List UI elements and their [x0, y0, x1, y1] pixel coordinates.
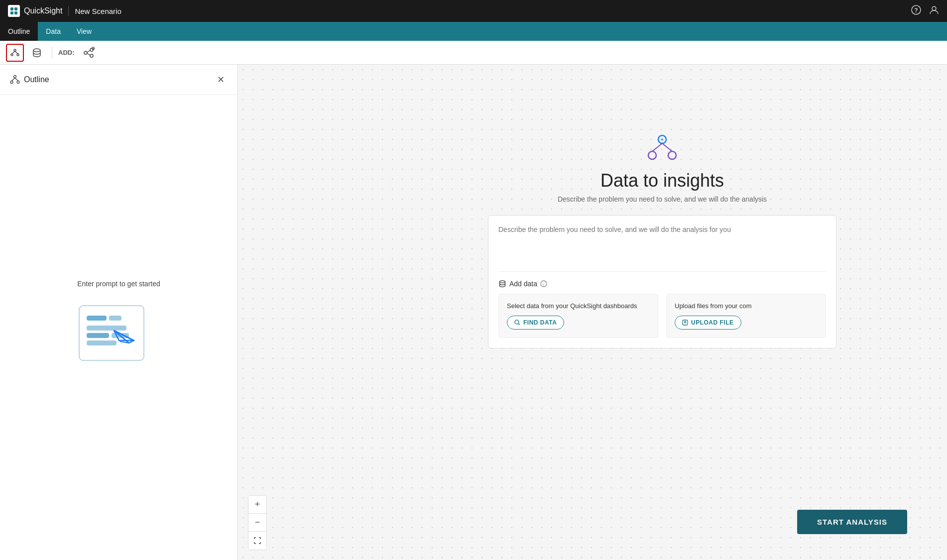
header-divider [68, 6, 69, 16]
svg-line-10 [12, 51, 15, 54]
svg-rect-28 [87, 326, 126, 331]
svg-line-11 [15, 51, 18, 54]
svg-point-12 [33, 49, 40, 52]
add-data-label: Add data i [498, 280, 826, 288]
sidebar: Outline ✕ Enter prompt to get started [0, 65, 238, 560]
main-content: Outline ✕ Enter prompt to get started [0, 65, 947, 560]
logo-area: QuickSight [8, 5, 62, 17]
menu-item-view[interactable]: View [69, 22, 100, 41]
header-right: ? [911, 5, 939, 17]
add-label: ADD: [58, 49, 75, 56]
data-insights-header: + Data to insights Describe the problem … [488, 134, 836, 203]
svg-point-41 [500, 281, 505, 283]
menu-bar: Outline Data View [0, 22, 947, 41]
svg-rect-1 [14, 7, 17, 10]
canvas-area[interactable]: + Data to insights Describe the problem … [238, 65, 947, 560]
svg-text:i: i [543, 282, 544, 287]
svg-point-8 [11, 54, 13, 56]
find-data-title: Select data from your QuickSight dashboa… [507, 302, 650, 310]
svg-line-16 [87, 50, 90, 52]
add-node-btn[interactable]: + [79, 45, 99, 61]
svg-point-37 [668, 151, 676, 159]
toolbar-divider [52, 47, 52, 59]
zoom-out-btn[interactable]: − [248, 514, 266, 532]
help-icon[interactable]: ? [911, 5, 921, 17]
toolbar: ADD: + [0, 41, 947, 65]
svg-rect-0 [10, 7, 13, 10]
svg-line-24 [15, 78, 18, 81]
search-icon [514, 320, 520, 326]
upload-file-option: Upload files from your com UPLOAD FILE [666, 294, 826, 338]
header-left: QuickSight New Scenario [8, 5, 121, 17]
svg-rect-26 [87, 316, 107, 321]
sidebar-header: Outline ✕ [0, 65, 237, 95]
outline-btn[interactable] [6, 44, 24, 62]
svg-point-7 [14, 49, 16, 51]
svg-point-13 [84, 51, 87, 54]
prompt-box-footer: Add data i Select data from your QuickSi… [498, 271, 826, 338]
svg-point-9 [17, 54, 19, 56]
prompt-textarea[interactable] [498, 225, 826, 265]
sidebar-close-btn[interactable]: ✕ [214, 73, 228, 87]
svg-point-22 [17, 81, 19, 84]
svg-rect-29 [87, 333, 109, 338]
find-data-btn[interactable]: FIND DATA [507, 316, 564, 330]
database-btn[interactable] [28, 44, 46, 62]
svg-rect-3 [14, 11, 17, 14]
database-icon [498, 280, 506, 288]
svg-point-44 [515, 320, 519, 324]
svg-line-38 [652, 143, 662, 151]
svg-text:+: + [661, 137, 664, 142]
zoom-controls: + − [248, 495, 267, 550]
svg-rect-31 [87, 340, 117, 345]
svg-point-36 [648, 151, 656, 159]
quicksight-logo [8, 5, 20, 17]
top-header: QuickSight New Scenario ? [0, 0, 947, 22]
svg-point-6 [932, 6, 936, 10]
data-insights-title: Data to insights [488, 170, 836, 191]
upload-icon [682, 320, 688, 326]
sidebar-title-area: Outline [10, 75, 49, 85]
find-data-option: Select data from your QuickSight dashboa… [498, 294, 658, 338]
zoom-in-btn[interactable]: + [248, 496, 266, 514]
info-icon: i [540, 280, 547, 287]
sidebar-title-text: Outline [24, 75, 49, 84]
user-icon[interactable] [929, 5, 939, 17]
data-insights-subtitle: Describe the problem you need to solve, … [488, 195, 836, 203]
add-data-options: Select data from your QuickSight dashboa… [498, 294, 826, 338]
menu-item-data[interactable]: Data [38, 22, 69, 41]
upload-file-btn[interactable]: UPLOAD FILE [675, 316, 741, 330]
svg-point-21 [10, 81, 13, 84]
prompt-box: Add data i Select data from your QuickSi… [488, 215, 836, 348]
svg-text:+: + [92, 47, 94, 50]
svg-text:?: ? [914, 7, 918, 14]
sidebar-illustration [69, 296, 169, 375]
svg-rect-2 [10, 11, 13, 14]
upload-file-title: Upload files from your com [675, 302, 818, 310]
svg-point-20 [14, 76, 16, 78]
svg-line-23 [12, 78, 15, 81]
data-insights-icon: + [488, 134, 836, 164]
menu-item-outline[interactable]: Outline [0, 22, 38, 41]
svg-point-15 [90, 54, 93, 57]
scenario-title: New Scenario [75, 7, 121, 15]
sidebar-prompt-text: Enter prompt to get started [77, 280, 160, 288]
canvas-card: + Data to insights Describe the problem … [488, 134, 836, 358]
sidebar-content: Enter prompt to get started [0, 95, 237, 560]
svg-line-45 [518, 324, 520, 325]
svg-line-39 [662, 143, 672, 151]
app-name: QuickSight [24, 6, 62, 15]
svg-line-17 [87, 53, 90, 55]
start-analysis-btn[interactable]: START ANALYSIS [797, 510, 907, 534]
zoom-fit-btn[interactable] [248, 532, 266, 550]
svg-rect-27 [109, 316, 121, 321]
sidebar-outline-icon [10, 75, 20, 85]
